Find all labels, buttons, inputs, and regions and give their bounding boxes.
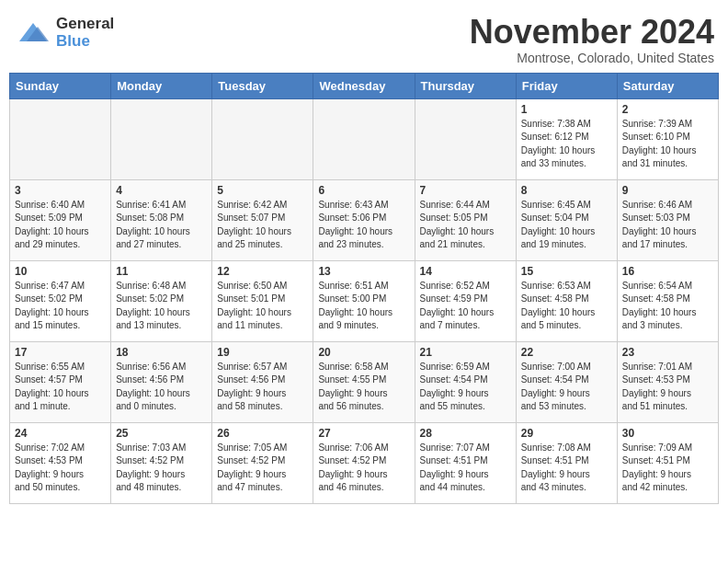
day-info: Sunrise: 6:57 AMSunset: 4:56 PMDaylight:… [217, 361, 308, 414]
day-number: 12 [217, 265, 308, 278]
calendar-cell: 16Sunrise: 6:54 AMSunset: 4:58 PMDayligh… [617, 260, 718, 341]
calendar-cell: 13Sunrise: 6:51 AMSunset: 5:00 PMDayligh… [313, 260, 415, 341]
day-info: Sunrise: 6:44 AMSunset: 5:05 PMDaylight:… [420, 199, 511, 252]
day-info: Sunrise: 6:58 AMSunset: 4:55 PMDaylight:… [318, 361, 409, 414]
weekday-header-sunday: Sunday [10, 73, 111, 98]
day-number: 10 [15, 265, 106, 278]
logo-words: General Blue [56, 16, 114, 50]
weekday-header-monday: Monday [111, 73, 212, 98]
calendar-cell: 4Sunrise: 6:41 AMSunset: 5:08 PMDaylight… [111, 179, 212, 260]
day-number: 28 [420, 427, 511, 440]
day-info: Sunrise: 6:59 AMSunset: 4:54 PMDaylight:… [420, 361, 511, 414]
calendar-cell [10, 98, 111, 179]
day-number: 4 [116, 184, 207, 197]
calendar-cell: 12Sunrise: 6:50 AMSunset: 5:01 PMDayligh… [212, 260, 313, 341]
calendar-cell: 22Sunrise: 7:00 AMSunset: 4:54 PMDayligh… [516, 341, 617, 422]
calendar-cell: 29Sunrise: 7:08 AMSunset: 4:51 PMDayligh… [516, 422, 617, 503]
week-row-1: 3Sunrise: 6:40 AMSunset: 5:09 PMDaylight… [10, 179, 719, 260]
day-info: Sunrise: 7:03 AMSunset: 4:52 PMDaylight:… [116, 442, 207, 495]
calendar-cell: 23Sunrise: 7:01 AMSunset: 4:53 PMDayligh… [617, 341, 718, 422]
day-number: 11 [116, 265, 207, 278]
weekday-header-row: SundayMondayTuesdayWednesdayThursdayFrid… [10, 73, 719, 98]
location: Montrose, Colorado, United States [470, 51, 714, 65]
day-info: Sunrise: 7:02 AMSunset: 4:53 PMDaylight:… [15, 442, 106, 495]
calendar-cell: 10Sunrise: 6:47 AMSunset: 5:02 PMDayligh… [10, 260, 111, 341]
calendar-cell: 5Sunrise: 6:42 AMSunset: 5:07 PMDaylight… [212, 179, 313, 260]
day-info: Sunrise: 7:08 AMSunset: 4:51 PMDaylight:… [521, 442, 612, 495]
logo-general-text: General [56, 16, 114, 33]
day-info: Sunrise: 6:50 AMSunset: 5:01 PMDaylight:… [217, 280, 308, 333]
day-number: 27 [318, 427, 409, 440]
day-info: Sunrise: 6:41 AMSunset: 5:08 PMDaylight:… [116, 199, 207, 252]
day-info: Sunrise: 6:48 AMSunset: 5:02 PMDaylight:… [116, 280, 207, 333]
day-number: 19 [217, 346, 308, 359]
day-number: 14 [420, 265, 511, 278]
day-number: 9 [622, 184, 713, 197]
calendar-cell [313, 98, 415, 179]
calendar-cell: 14Sunrise: 6:52 AMSunset: 4:59 PMDayligh… [415, 260, 516, 341]
calendar-cell: 1Sunrise: 7:38 AMSunset: 6:12 PMDaylight… [516, 98, 617, 179]
day-number: 29 [521, 427, 612, 440]
weekday-header-wednesday: Wednesday [313, 73, 415, 98]
day-info: Sunrise: 6:47 AMSunset: 5:02 PMDaylight:… [15, 280, 106, 333]
calendar-cell: 3Sunrise: 6:40 AMSunset: 5:09 PMDaylight… [10, 179, 111, 260]
calendar-cell: 8Sunrise: 6:45 AMSunset: 5:04 PMDaylight… [516, 179, 617, 260]
calendar-cell: 17Sunrise: 6:55 AMSunset: 4:57 PMDayligh… [10, 341, 111, 422]
day-info: Sunrise: 6:55 AMSunset: 4:57 PMDaylight:… [15, 361, 106, 414]
day-number: 15 [521, 265, 612, 278]
week-row-0: 1Sunrise: 7:38 AMSunset: 6:12 PMDaylight… [10, 98, 719, 179]
day-number: 24 [15, 427, 106, 440]
day-number: 5 [217, 184, 308, 197]
weekday-header-tuesday: Tuesday [212, 73, 313, 98]
day-info: Sunrise: 6:53 AMSunset: 4:58 PMDaylight:… [521, 280, 612, 333]
logo-icon [14, 14, 52, 52]
day-number: 13 [318, 265, 409, 278]
calendar-cell: 24Sunrise: 7:02 AMSunset: 4:53 PMDayligh… [10, 422, 111, 503]
day-info: Sunrise: 7:05 AMSunset: 4:52 PMDaylight:… [217, 442, 308, 495]
calendar-cell [415, 98, 516, 179]
day-number: 17 [15, 346, 106, 359]
day-number: 22 [521, 346, 612, 359]
calendar-cell: 7Sunrise: 6:44 AMSunset: 5:05 PMDaylight… [415, 179, 516, 260]
day-number: 25 [116, 427, 207, 440]
calendar-cell: 25Sunrise: 7:03 AMSunset: 4:52 PMDayligh… [111, 422, 212, 503]
month-title: November 2024 [470, 14, 714, 51]
day-number: 21 [420, 346, 511, 359]
day-info: Sunrise: 7:09 AMSunset: 4:51 PMDaylight:… [622, 442, 713, 495]
day-info: Sunrise: 6:54 AMSunset: 4:58 PMDaylight:… [622, 280, 713, 333]
day-info: Sunrise: 6:43 AMSunset: 5:06 PMDaylight:… [318, 199, 409, 252]
weekday-header-saturday: Saturday [617, 73, 718, 98]
calendar-cell: 6Sunrise: 6:43 AMSunset: 5:06 PMDaylight… [313, 179, 415, 260]
calendar: SundayMondayTuesdayWednesdayThursdayFrid… [9, 73, 719, 504]
day-info: Sunrise: 7:06 AMSunset: 4:52 PMDaylight:… [318, 442, 409, 495]
day-number: 7 [420, 184, 511, 197]
calendar-cell: 20Sunrise: 6:58 AMSunset: 4:55 PMDayligh… [313, 341, 415, 422]
day-number: 8 [521, 184, 612, 197]
day-info: Sunrise: 6:42 AMSunset: 5:07 PMDaylight:… [217, 199, 308, 252]
day-info: Sunrise: 7:07 AMSunset: 4:51 PMDaylight:… [420, 442, 511, 495]
calendar-cell: 9Sunrise: 6:46 AMSunset: 5:03 PMDaylight… [617, 179, 718, 260]
day-info: Sunrise: 7:00 AMSunset: 4:54 PMDaylight:… [521, 361, 612, 414]
day-number: 1 [521, 103, 612, 116]
day-info: Sunrise: 7:39 AMSunset: 6:10 PMDaylight:… [622, 118, 713, 171]
calendar-cell: 2Sunrise: 7:39 AMSunset: 6:10 PMDaylight… [617, 98, 718, 179]
day-info: Sunrise: 6:51 AMSunset: 5:00 PMDaylight:… [318, 280, 409, 333]
calendar-cell: 30Sunrise: 7:09 AMSunset: 4:51 PMDayligh… [617, 422, 718, 503]
day-info: Sunrise: 7:38 AMSunset: 6:12 PMDaylight:… [521, 118, 612, 171]
day-number: 16 [622, 265, 713, 278]
week-row-3: 17Sunrise: 6:55 AMSunset: 4:57 PMDayligh… [10, 341, 719, 422]
day-info: Sunrise: 6:46 AMSunset: 5:03 PMDaylight:… [622, 199, 713, 252]
calendar-cell: 21Sunrise: 6:59 AMSunset: 4:54 PMDayligh… [415, 341, 516, 422]
day-number: 23 [622, 346, 713, 359]
day-number: 6 [318, 184, 409, 197]
day-info: Sunrise: 7:01 AMSunset: 4:53 PMDaylight:… [622, 361, 713, 414]
week-row-4: 24Sunrise: 7:02 AMSunset: 4:53 PMDayligh… [10, 422, 719, 503]
calendar-cell: 28Sunrise: 7:07 AMSunset: 4:51 PMDayligh… [415, 422, 516, 503]
calendar-cell [212, 98, 313, 179]
day-number: 2 [622, 103, 713, 116]
logo: General Blue [14, 14, 114, 52]
week-row-2: 10Sunrise: 6:47 AMSunset: 5:02 PMDayligh… [10, 260, 719, 341]
weekday-header-thursday: Thursday [415, 73, 516, 98]
calendar-cell: 15Sunrise: 6:53 AMSunset: 4:58 PMDayligh… [516, 260, 617, 341]
calendar-cell: 11Sunrise: 6:48 AMSunset: 5:02 PMDayligh… [111, 260, 212, 341]
